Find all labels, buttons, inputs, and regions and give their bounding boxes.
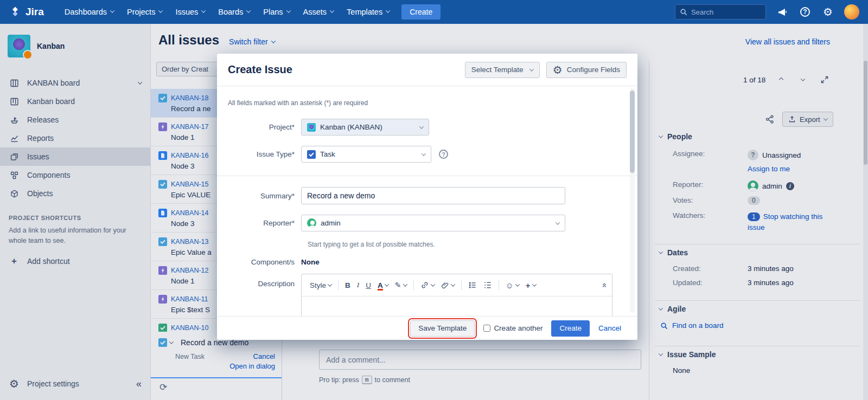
- plus-icon: +: [526, 281, 531, 290]
- admin-avatar-icon: [307, 218, 316, 228]
- pen-icon: [395, 281, 401, 289]
- nav-boards[interactable]: Boards: [212, 0, 257, 24]
- chevron-down-icon: [403, 282, 407, 286]
- required-fields-note: All fields marked with an asterisk (*) a…: [228, 99, 612, 107]
- create-another-option[interactable]: Create another: [483, 324, 542, 332]
- bullet-list-icon[interactable]: [465, 278, 480, 292]
- insert-more-dropdown[interactable]: +: [522, 278, 539, 293]
- dialog-scrollbar-thumb[interactable]: [630, 91, 635, 173]
- brand-name: Jira: [25, 6, 44, 18]
- configure-fields-button[interactable]: Configure Fields: [546, 62, 627, 78]
- chevron-down-icon: [515, 282, 520, 286]
- components-value: None: [301, 257, 320, 266]
- select-template-dropdown[interactable]: Select Template: [465, 62, 540, 78]
- reporter-field-row: Reporter* admin: [228, 215, 612, 231]
- nav-templates[interactable]: Templates: [340, 0, 396, 24]
- underline-icon[interactable]: U: [362, 279, 374, 292]
- settings-gear-icon[interactable]: [821, 5, 834, 18]
- attach-dropdown[interactable]: [438, 279, 458, 292]
- collapse-editor-icon[interactable]: [600, 283, 609, 287]
- issue-type-label: Issue Type*: [228, 150, 301, 158]
- components-field-row: Component/s None: [228, 257, 612, 266]
- search-placeholder: Search: [691, 8, 713, 16]
- reporter-hint: Start typing to get a list of possible m…: [308, 241, 612, 248]
- issue-type-help-icon[interactable]: [439, 150, 448, 159]
- chevron-down-icon: [419, 124, 424, 128]
- gear-icon: [553, 63, 563, 76]
- create-button[interactable]: Create: [551, 320, 590, 337]
- nav-right-group: Search: [675, 4, 859, 20]
- summary-field-row: Summary*: [228, 187, 612, 204]
- link-icon: [420, 281, 429, 289]
- issue-type-select[interactable]: Task: [301, 146, 431, 163]
- chevron-down-icon: [386, 8, 390, 12]
- create-issue-dialog: Create Issue Select Template Configure F…: [217, 54, 637, 340]
- nav-plans[interactable]: Plans: [257, 0, 296, 24]
- jira-app: Jira Dashboards Projects Issues Boards P…: [0, 0, 868, 400]
- announcements-icon[interactable]: [776, 5, 789, 18]
- chevron-down-icon: [246, 8, 251, 12]
- project-avatar-icon: [307, 123, 316, 132]
- task-type-icon: [307, 150, 316, 159]
- chevron-down-icon: [450, 282, 455, 286]
- issue-type-field-row: Issue Type* Task: [228, 146, 612, 163]
- description-field-row: Description Style B I U A: [228, 274, 612, 316]
- chevron-down-icon: [529, 67, 534, 71]
- jira-logo-icon: [9, 5, 22, 18]
- chevron-down-icon: [158, 8, 163, 12]
- chevron-down-icon: [385, 282, 389, 286]
- style-dropdown[interactable]: Style: [307, 279, 335, 292]
- chevron-down-icon: [430, 282, 435, 286]
- components-label: Component/s: [228, 258, 301, 266]
- summary-label: Summary*: [228, 192, 301, 200]
- bold-icon[interactable]: B: [342, 279, 354, 292]
- project-label: Project*: [228, 123, 301, 131]
- chevron-down-icon: [532, 282, 536, 286]
- emoji-dropdown[interactable]: [502, 278, 522, 293]
- search-icon: [680, 8, 687, 16]
- create-another-checkbox[interactable]: [483, 325, 490, 332]
- chevron-down-icon: [328, 282, 332, 286]
- nav-assets[interactable]: Assets: [297, 0, 341, 24]
- chevron-down-icon: [330, 8, 334, 12]
- jira-logo[interactable]: Jira: [9, 5, 44, 18]
- user-avatar[interactable]: [844, 4, 859, 20]
- link-dropdown[interactable]: [417, 278, 438, 292]
- paperclip-icon: [441, 281, 449, 289]
- chevron-down-icon: [286, 8, 290, 12]
- save-template-button[interactable]: Save Template: [410, 320, 475, 337]
- text-color-dropdown[interactable]: A: [374, 279, 392, 292]
- help-icon[interactable]: [799, 5, 812, 18]
- reporter-select[interactable]: admin: [301, 215, 565, 231]
- nav-dashboards[interactable]: Dashboards: [58, 0, 120, 24]
- editor-toolbar: Style B I U A: [302, 274, 612, 296]
- emoji-icon: [506, 281, 514, 290]
- cancel-link[interactable]: Cancel: [598, 324, 621, 332]
- dialog-scrollbar[interactable]: [630, 88, 635, 313]
- summary-input[interactable]: [301, 187, 565, 204]
- dialog-title: Create Issue: [228, 63, 292, 76]
- description-editor: Style B I U A: [301, 274, 612, 316]
- dialog-header: Create Issue Select Template Configure F…: [217, 54, 637, 86]
- project-select[interactable]: Kanban (KANBAN): [301, 119, 429, 136]
- chevron-down-icon: [422, 151, 426, 156]
- dialog-body: All fields marked with an asterisk (*) a…: [217, 86, 637, 316]
- formatting-pen-dropdown[interactable]: [392, 278, 410, 292]
- description-label: Description: [228, 274, 301, 288]
- chevron-down-icon: [201, 8, 206, 12]
- global-search-input[interactable]: Search: [675, 4, 766, 20]
- italic-icon[interactable]: I: [354, 278, 363, 292]
- reporter-label: Reporter*: [228, 219, 301, 227]
- nav-issues[interactable]: Issues: [169, 0, 212, 24]
- chevron-down-icon: [556, 220, 560, 224]
- dialog-footer: Save Template Create another Create Canc…: [217, 316, 637, 340]
- form-divider: [217, 176, 637, 176]
- description-textarea[interactable]: [302, 296, 612, 316]
- create-button-nav[interactable]: Create: [401, 4, 441, 20]
- top-navigation: Jira Dashboards Projects Issues Boards P…: [0, 0, 868, 24]
- numbered-list-icon[interactable]: [480, 278, 495, 292]
- nav-projects[interactable]: Projects: [120, 0, 169, 24]
- chevron-down-icon: [110, 8, 114, 12]
- project-field-row: Project* Kanban (KANBAN): [228, 119, 612, 136]
